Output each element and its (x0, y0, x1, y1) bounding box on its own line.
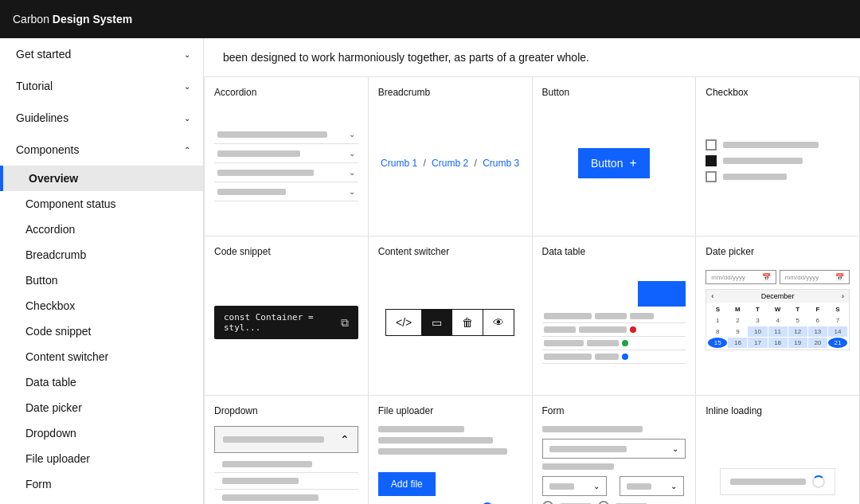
chevron-up-icon: ⌃ (184, 146, 190, 154)
sidebar-item-accordion[interactable]: Accordion (0, 217, 203, 242)
status-dot (622, 340, 628, 346)
chevron-down-icon: ⌄ (349, 187, 355, 196)
card-checkbox: Checkbox (696, 77, 860, 236)
chevron-down-icon: ⌄ (349, 168, 355, 177)
card-breadcrumb: Breadcrumb Crumb 1 / Crumb 2 / Crumb 3 (369, 77, 533, 236)
sidebar-item-components[interactable]: Components ⌃ (0, 134, 203, 166)
dp-start-input[interactable]: mm/dd/yyyy 📅 (706, 270, 776, 284)
sidebar-item-data-table[interactable]: Data table (0, 369, 203, 395)
card-file-uploader: File uploader Add file (369, 396, 533, 504)
data-table-preview (542, 281, 686, 364)
sidebar-item-checkbox[interactable]: Checkbox (0, 293, 203, 318)
radio-button[interactable] (542, 501, 553, 504)
form-field-label (542, 426, 643, 432)
checkbox-label (723, 174, 787, 180)
accordion-row: ⌄ (214, 182, 358, 201)
calendar-grid: S M T W T F S 1 2 3 4 5 (706, 303, 849, 350)
sidebar-item-content-switcher[interactable]: Content switcher (0, 344, 203, 369)
dt-action-bar (638, 281, 686, 307)
dt-cell (595, 354, 619, 360)
sidebar-item-overview[interactable]: Overview (0, 166, 203, 191)
next-month-icon[interactable]: › (842, 292, 844, 300)
cs-item-trash[interactable]: 🗑 (452, 310, 483, 335)
checkbox-label (723, 142, 819, 148)
card-preview-checkbox (706, 107, 850, 219)
chevron-down-icon: ⌄ (184, 114, 190, 123)
form-preview: ⌄ ⌄ ⌄ (542, 426, 686, 504)
card-data-table: Data table (533, 236, 697, 396)
checkbox-unchecked[interactable] (706, 171, 717, 182)
dt-cell (630, 313, 654, 319)
cs-item-eye[interactable]: 👁 (483, 310, 514, 335)
dropdown-item[interactable] (214, 490, 358, 504)
bc-crumb2[interactable]: Crumb 2 (432, 158, 468, 169)
status-dot (622, 354, 628, 360)
card-content-switcher: Content switcher </> ▭ 🗑 👁 (369, 236, 533, 396)
card-title-checkbox: Checkbox (706, 87, 850, 98)
brand-prefix: Carbon (13, 13, 49, 25)
accordion-row: ⌄ (214, 144, 358, 163)
cs-item-code[interactable]: </> (386, 310, 422, 335)
cs-item-box[interactable]: ▭ (422, 310, 452, 335)
fu-title (378, 426, 464, 432)
card-title-button: Button (542, 87, 686, 98)
sidebar-item-button[interactable]: Button (0, 268, 203, 293)
breadcrumb-preview: Crumb 1 / Crumb 2 / Crumb 3 (381, 158, 519, 169)
sidebar-item-breadcrumb[interactable]: Breadcrumb (0, 242, 203, 268)
dt-cell (544, 313, 592, 319)
dt-cell (544, 326, 576, 333)
card-preview-date-picker: mm/dd/yyyy 📅 mm/dd/yyyy 📅 ‹ Dece (706, 267, 850, 378)
sidebar-item-form[interactable]: Form (0, 471, 203, 497)
bc-crumb1[interactable]: Crumb 1 (381, 158, 417, 169)
chevron-down-icon: ⌄ (184, 50, 190, 59)
form-input[interactable]: ⌄ (542, 439, 686, 459)
sidebar-item-get-started[interactable]: Get started ⌄ (0, 38, 203, 70)
form-select2[interactable]: ⌄ (620, 476, 684, 496)
checkbox-label (723, 158, 803, 164)
form-select[interactable]: ⌄ (542, 476, 607, 496)
card-preview-breadcrumb: Crumb 1 / Crumb 2 / Crumb 3 (378, 107, 522, 219)
chevron-up-icon: ⌃ (340, 433, 350, 446)
sidebar-item-date-picker[interactable]: Date picker (0, 395, 203, 420)
add-file-button[interactable]: Add file (378, 472, 436, 496)
main-content: been designed to work harmoniously toget… (204, 38, 860, 504)
status-dot (630, 326, 636, 333)
code-text: const Container = styl... (224, 312, 341, 333)
calendar-icon: 📅 (762, 273, 771, 281)
dropdown-item[interactable] (214, 456, 358, 473)
dp-end-input[interactable]: mm/dd/yyyy 📅 (780, 270, 850, 284)
sidebar-item-tutorial[interactable]: Tutorial ⌄ (0, 70, 203, 102)
preview-primary-button[interactable]: Button + (578, 148, 650, 178)
prev-month-icon[interactable]: ‹ (711, 292, 713, 300)
checkbox-checked[interactable] (706, 155, 717, 166)
card-preview-code-snippet: const Container = styl... ⧉ (214, 267, 358, 378)
dropdown-trigger[interactable]: ⌃ (214, 426, 358, 453)
checkbox-unchecked[interactable] (706, 139, 717, 150)
sidebar-item-dropdown[interactable]: Dropdown (0, 420, 203, 446)
dropdown-item[interactable] (214, 473, 358, 490)
card-preview-data-table (542, 267, 686, 378)
sidebar-item-guidelines[interactable]: Guidelines ⌄ (0, 102, 203, 134)
card-preview-form: ⌄ ⌄ ⌄ (542, 426, 686, 504)
sidebar-item-component-status[interactable]: Component status (0, 191, 203, 217)
radio-button-selected[interactable] (598, 501, 609, 504)
card-inline-loading: Inline loading https://blog.csdn.net/l.e… (696, 396, 860, 504)
chevron-down-icon: ⌄ (672, 444, 678, 453)
inline-loading-widget (720, 468, 835, 495)
card-title-form: Form (542, 405, 686, 416)
content-switcher-preview: </> ▭ 🗑 👁 (385, 309, 514, 336)
inline-loading-preview (706, 468, 850, 495)
card-title-accordion: Accordion (214, 87, 358, 98)
card-title-file-uploader: File uploader (378, 405, 522, 416)
copy-icon[interactable]: ⧉ (341, 316, 349, 330)
checkbox-row (706, 155, 850, 166)
sidebar-item-label: Guidelines (16, 111, 68, 124)
card-dropdown: Dropdown ⌃ (205, 396, 369, 504)
sidebar-item-inline-loading[interactable]: Inline loading (0, 497, 203, 504)
sidebar-item-file-uploader[interactable]: File uploader (0, 446, 203, 471)
sidebar-item-label: Components (16, 143, 79, 156)
sidebar-item-code-snippet[interactable]: Code snippet (0, 318, 203, 344)
card-code-snippet: Code snippet const Container = styl... ⧉ (205, 236, 369, 396)
form-field-label2 (542, 463, 614, 470)
card-button: Button Button + (533, 77, 697, 236)
